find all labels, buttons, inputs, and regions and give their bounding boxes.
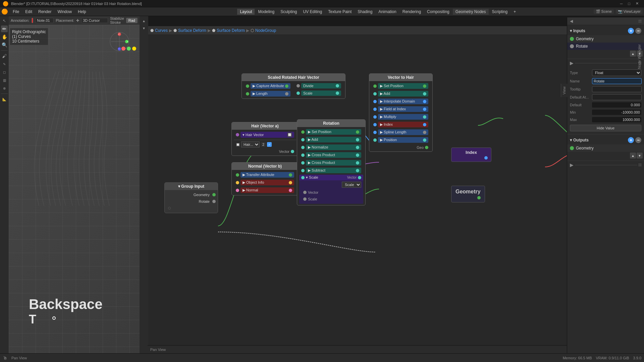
rp-collapse-icon[interactable]: ◀ xyxy=(570,19,573,23)
socket-vth-setpos-in[interactable] xyxy=(373,84,377,88)
socket-cross2-in[interactable] xyxy=(301,161,305,165)
annotation-note-input[interactable] xyxy=(35,18,54,23)
socket-vth-interp-in[interactable] xyxy=(373,100,377,103)
socket-normal-in[interactable] xyxy=(236,189,239,192)
socket-normalize-in[interactable] xyxy=(301,146,305,149)
tool-transform[interactable]: ⊕ xyxy=(1,85,8,92)
socket-vth-spline-out[interactable] xyxy=(423,131,426,134)
tab-animation[interactable]: Animation xyxy=(376,9,399,15)
tab-geometry-nodes[interactable]: Geometry Nodes xyxy=(453,9,489,15)
socket-vth-geo[interactable] xyxy=(425,146,428,149)
tab-shading[interactable]: Shading xyxy=(355,9,375,15)
view-layer-selector[interactable]: 📷 ViewLayer xyxy=(616,9,643,14)
socket-transfer-out[interactable] xyxy=(289,173,292,177)
socket-vth-index-in[interactable] xyxy=(373,123,377,126)
prop-type-dropdown[interactable]: Float Integer Vector Boolean xyxy=(592,69,641,76)
prop-min-value[interactable]: -10000.000 xyxy=(592,110,641,115)
tab-add[interactable]: + xyxy=(511,9,519,15)
socket-vth-add-out[interactable] xyxy=(423,92,426,96)
view-side-scroll-up[interactable]: ▲ xyxy=(141,17,147,24)
socket-vth-add-in[interactable] xyxy=(373,92,377,96)
prop-default-value[interactable]: 0.000 xyxy=(592,102,641,108)
socket-hairvec-in[interactable] xyxy=(236,133,239,136)
socket-scalevec-in[interactable] xyxy=(303,191,307,194)
socket-transfer-in[interactable] xyxy=(236,173,239,177)
breadcrumb-surface2[interactable]: Surface Deform xyxy=(217,28,245,33)
tab-compositing[interactable]: Compositing xyxy=(424,9,452,15)
prop-tooltip-input[interactable] xyxy=(592,86,642,92)
socket-vth-position-out[interactable] xyxy=(423,138,426,142)
tool-cursor[interactable]: ↖ xyxy=(1,17,8,24)
socket-cross1-in[interactable] xyxy=(301,154,305,157)
tool-brush[interactable]: 🖌 xyxy=(1,53,8,59)
tab-sculpting[interactable]: Sculpting xyxy=(278,9,300,15)
socket-vth-setpos-out[interactable] xyxy=(423,84,426,88)
socket-divide-in[interactable] xyxy=(297,84,300,87)
socket-geometry-out[interactable] xyxy=(212,193,216,196)
hair-checkbox[interactable]: ✓ xyxy=(267,142,272,147)
socket-scalescale-in[interactable] xyxy=(303,197,307,201)
socket-rotate-out[interactable] xyxy=(212,200,216,203)
play-btn-bottom[interactable]: ▶ xyxy=(570,162,574,168)
tool-annotate[interactable]: ✏ xyxy=(1,25,8,32)
inputs-scroll-up[interactable]: ▲ xyxy=(630,51,636,57)
menu-window[interactable]: Window xyxy=(55,9,74,15)
inputs-add-btn[interactable]: + xyxy=(628,28,634,34)
outputs-scroll-down[interactable]: ▼ xyxy=(637,153,643,159)
tab-rendering[interactable]: Rendering xyxy=(400,9,424,15)
socket-objectinfo-out[interactable] xyxy=(289,181,292,184)
view-side-scroll-down[interactable]: ▼ xyxy=(141,25,147,32)
tool-zoom[interactable]: 🔍 xyxy=(1,42,8,48)
socket-capture-out[interactable] xyxy=(285,84,288,88)
socket-add-out[interactable] xyxy=(356,138,359,141)
hide-value-btn[interactable]: Hide Value xyxy=(570,125,641,131)
socket-vth-field-out[interactable] xyxy=(423,108,426,111)
window-close[interactable]: ✕ xyxy=(633,1,641,6)
socket-divide-out[interactable] xyxy=(336,84,339,87)
socket-vth-index-out[interactable] xyxy=(423,123,426,126)
socket-geo-main[interactable] xyxy=(477,196,481,199)
socket-subtract-out[interactable] xyxy=(356,169,359,172)
inputs-remove-btn[interactable]: − xyxy=(635,28,641,34)
socket-length-out[interactable] xyxy=(285,92,288,96)
socket-setpos-out[interactable] xyxy=(356,130,359,134)
annotation-rad-btn[interactable]: Rad xyxy=(126,18,138,23)
socket-vth-field-in[interactable] xyxy=(373,108,377,111)
outputs-add-btn[interactable]: + xyxy=(628,137,634,143)
tab-modeling[interactable]: Modeling xyxy=(255,9,277,15)
scale-dropdown[interactable]: Scale xyxy=(342,182,361,188)
tool-erase[interactable]: ◻ xyxy=(1,69,8,75)
window-minimize[interactable]: ─ xyxy=(618,2,626,6)
socket-vth-multiply-out[interactable] xyxy=(423,115,426,119)
prop-defaultat-input[interactable] xyxy=(592,94,642,100)
prop-name-input[interactable] xyxy=(592,78,642,84)
breadcrumb-nodegroup[interactable]: NodeGroup xyxy=(255,28,276,33)
socket-subtract-in[interactable] xyxy=(301,169,305,172)
socket-capture-in[interactable] xyxy=(246,84,249,88)
tool-measure[interactable]: 📐 xyxy=(1,96,8,103)
hair-dropdown[interactable]: Hair... xyxy=(241,141,260,147)
socket-scale-shrv-out[interactable] xyxy=(336,92,339,95)
socket-vth-spline-in[interactable] xyxy=(373,131,377,134)
node-editor-view-tab[interactable]: View xyxy=(561,84,567,97)
tab-uv-editing[interactable]: UV Editing xyxy=(301,9,325,15)
socket-vth-multiply-in[interactable] xyxy=(373,115,377,119)
tool-fill[interactable]: ▥ xyxy=(1,77,8,83)
menu-render[interactable]: Render xyxy=(36,9,54,15)
prop-max-value[interactable]: 10000.000 xyxy=(592,117,641,122)
inputs-collapse-icon[interactable]: ▾ xyxy=(570,28,572,33)
outputs-collapse-icon[interactable]: ▾ xyxy=(570,138,572,142)
tab-scripting[interactable]: Scripting xyxy=(489,9,511,15)
socket-vector-out[interactable] xyxy=(291,150,294,153)
socket-vth-position-in[interactable] xyxy=(373,138,377,142)
tab-layout[interactable]: Layout xyxy=(237,9,255,15)
socket-index-out[interactable] xyxy=(484,156,488,160)
breadcrumb-surface1[interactable]: Surface Deform xyxy=(178,28,206,33)
annotation-cursor-input[interactable] xyxy=(81,18,108,23)
outputs-remove-btn[interactable]: − xyxy=(635,137,641,143)
socket-add-in[interactable] xyxy=(301,138,305,141)
socket-scale-in[interactable] xyxy=(297,92,300,95)
socket-scale-exp-in[interactable] xyxy=(301,176,305,179)
socket-normal-out[interactable] xyxy=(289,189,292,192)
tool-pan[interactable]: ✋ xyxy=(1,34,8,40)
